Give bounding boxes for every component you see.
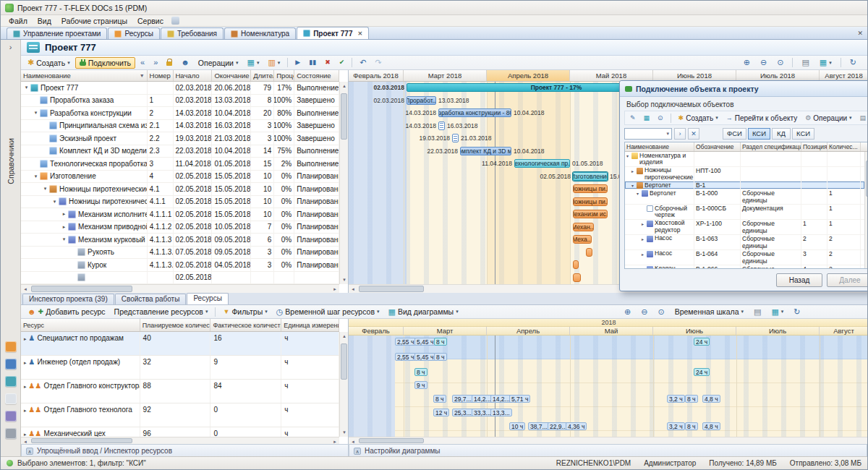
- menu-item-3[interactable]: Сервис: [132, 16, 169, 26]
- expander-icon[interactable]: ▸: [61, 224, 67, 230]
- table-row[interactable]: Рукоять4.1.1.3.107.05.201809.05.201830%П…: [21, 247, 339, 260]
- resource-vscrollbar[interactable]: ▴▾: [339, 332, 348, 437]
- chart-print-button[interactable]: ▤: [750, 307, 765, 317]
- project-column-header[interactable]: Начало: [174, 70, 213, 81]
- gantt-bar[interactable]: Изготовление: [573, 172, 608, 181]
- chart-export-button[interactable]: ▦▾: [767, 307, 787, 317]
- dialog-print-button[interactable]: ▤Печать▾: [857, 114, 868, 123]
- close-tab-icon[interactable]: ✕: [357, 30, 362, 37]
- zoom-fit-button[interactable]: ⊙: [773, 58, 787, 67]
- table-row[interactable]: ▸Механизм исполнительный4.1.1.102.05.201…: [21, 208, 339, 221]
- gantt-bar[interactable]: Проработ...: [407, 96, 436, 105]
- doc-tab-4[interactable]: Проект 777✕: [297, 27, 369, 39]
- user-button[interactable]: ☻: [177, 58, 193, 67]
- expander-icon[interactable]: ▸: [642, 250, 647, 257]
- dialog-operations-button[interactable]: ⚙Операции▾: [802, 114, 854, 123]
- chart-zoom-in-button[interactable]: ⊕: [621, 307, 634, 317]
- expander-icon[interactable]: ▾: [626, 152, 631, 158]
- resource-column-header[interactable]: Планируемое количество: [140, 319, 211, 331]
- expander-icon[interactable]: ▾: [42, 186, 48, 192]
- lock-button[interactable]: [163, 59, 176, 67]
- structure-icon[interactable]: [5, 376, 17, 387]
- layout-button[interactable]: ▦▾: [244, 58, 263, 67]
- zoom-out-button[interactable]: ⊖: [757, 58, 770, 67]
- table-row[interactable]: Эскизный проект2.219.03.201821.03.201831…: [21, 132, 339, 145]
- project-column-header[interactable]: Проце...: [274, 70, 294, 81]
- table-row[interactable]: Принципиальная схема изделия2.114.03.201…: [21, 120, 339, 133]
- resource-row[interactable]: ▸♟♟Отдел Главного конструктора8884ч: [21, 380, 339, 403]
- filter-button-кд[interactable]: КД: [772, 128, 791, 140]
- print-button[interactable]: ▤: [798, 58, 812, 67]
- dialog-row[interactable]: ▾ВертолетВ-1: [625, 181, 864, 189]
- zoom-in-button[interactable]: ⊕: [740, 58, 754, 67]
- table-row[interactable]: Комплект КД и 3D модели2.322.03.201810.0…: [21, 145, 339, 158]
- dialog-row[interactable]: ▸КлапанВ-1-066Сборочные единицы42: [625, 265, 864, 269]
- dialog-goto-button[interactable]: →Перейти к объекту: [723, 114, 801, 123]
- complete-button[interactable]: ✔: [336, 59, 349, 67]
- dialog-edit-button[interactable]: ✎: [627, 114, 639, 122]
- table-row[interactable]: Технологическая проработка311.04.201801.…: [21, 158, 339, 171]
- connect-button[interactable]: Подключить: [75, 57, 135, 69]
- expander-icon[interactable]: ▾: [637, 189, 642, 196]
- table-row[interactable]: ▸Механизм приводной4.1.1.202.05.201810.0…: [21, 221, 339, 234]
- table-row[interactable]: Проработка заказа102.03.201813.03.201881…: [21, 95, 339, 108]
- expand-panel-icon[interactable]: ∧: [26, 448, 33, 455]
- resource-row[interactable]: ▸♟♟Отдел Главного технолога920ч: [21, 403, 339, 427]
- briefcase-icon[interactable]: [5, 341, 17, 352]
- operations-button[interactable]: Операции▾: [195, 58, 242, 68]
- gantt-bar[interactable]: Меха...: [573, 235, 592, 244]
- menu-item-1[interactable]: Вид: [33, 16, 56, 26]
- dialog-row[interactable]: ▸НасосВ-1-064Сборочные единицы32: [625, 250, 864, 265]
- expander-icon[interactable]: ▸: [642, 265, 647, 269]
- doc-tab-0[interactable]: Управление проектами: [7, 27, 107, 39]
- gantt-bar[interactable]: Механ...: [573, 223, 594, 231]
- expander-icon[interactable]: ▾: [61, 236, 67, 242]
- dialog-row[interactable]: ▸НасосВ-1-063Сборочные единицы22: [625, 235, 864, 250]
- close-document-icon[interactable]: ✕: [857, 30, 863, 37]
- dialog-column-header[interactable]: Наименование: [625, 142, 694, 151]
- timescale-button[interactable]: Временная шкала▾: [671, 307, 747, 317]
- expander-icon[interactable]: ▸: [61, 211, 67, 217]
- resource-column-header[interactable]: Фактическое количество: [210, 319, 281, 331]
- expander-icon[interactable]: ▸: [642, 235, 647, 242]
- expander-icon[interactable]: ▾: [51, 199, 58, 205]
- gantt-bar[interactable]: Комплект КД и 3D м...: [460, 147, 511, 155]
- settings-icon[interactable]: [5, 428, 17, 439]
- dialog-filter-combo[interactable]: ▾: [624, 128, 672, 140]
- project-column-header[interactable]: Длитель...: [251, 70, 274, 81]
- gantt-hscroll-thumb[interactable]: [359, 286, 424, 292]
- resource-row[interactable]: ▸♟Специалист по продажам4016ч: [21, 332, 339, 356]
- menu-item-0[interactable]: Файл: [4, 16, 33, 26]
- chart-refresh-button[interactable]: ↻: [790, 307, 804, 317]
- dialog-column-header[interactable]: Количес...: [827, 142, 861, 151]
- table-row[interactable]: ▾Изготовление402.05.201815.05.2018100%Пл…: [21, 171, 339, 184]
- gantt-bar[interactable]: [573, 273, 581, 282]
- expander-icon[interactable]: ▸: [24, 384, 27, 389]
- expander-icon[interactable]: ▾: [33, 174, 39, 179]
- resource-view-button[interactable]: Представление ресурсов▾: [111, 307, 212, 317]
- chart-zoom-out-button[interactable]: ⊖: [637, 307, 651, 317]
- project-column-header[interactable]: Состояние: [294, 70, 339, 81]
- tree-vscrollbar[interactable]: ▴▾: [339, 82, 348, 284]
- filter-button-кси[interactable]: КСИ: [792, 128, 814, 140]
- refresh-button[interactable]: ↻: [846, 58, 860, 67]
- dialog-search-button[interactable]: ⊙: [655, 114, 666, 122]
- table-row[interactable]: ▾Ножницы пиротехнические4.102.05.201815.…: [21, 183, 339, 196]
- dialog-view-button[interactable]: ▦: [641, 114, 653, 122]
- cancel-button[interactable]: ✖: [321, 59, 334, 67]
- add-resource-button[interactable]: ☻✚Добавить ресурс: [24, 307, 109, 317]
- diagram-view-button[interactable]: ▦Вид диаграммы▾: [385, 307, 462, 317]
- table-row[interactable]: ▾Ножницы пиротехнические4.1.102.05.20181…: [21, 196, 339, 209]
- dialog-vscrollbar[interactable]: ▴: [864, 152, 868, 268]
- dialog-filter-clear-icon[interactable]: ✕: [688, 128, 699, 140]
- chart-zoom-fit-button[interactable]: ⊙: [654, 307, 668, 317]
- gantt-bar[interactable]: [586, 248, 592, 257]
- filter-button-фси[interactable]: ФСИ: [723, 128, 746, 140]
- lower-tab-2[interactable]: Ресурсы: [187, 293, 228, 304]
- chart-hscroll-thumb[interactable]: [359, 438, 424, 443]
- resource-hscroll-thumb[interactable]: [31, 438, 132, 443]
- dialog-row[interactable]: ▸Ножницы пиротехническиеНПТ-100: [625, 167, 864, 182]
- filter-button-кси[interactable]: КСИ: [748, 128, 770, 140]
- dialog-row[interactable]: ▸Хвостовой редукторХР-1-100Сборочные еди…: [625, 220, 864, 235]
- nav-first-button[interactable]: «: [137, 58, 148, 67]
